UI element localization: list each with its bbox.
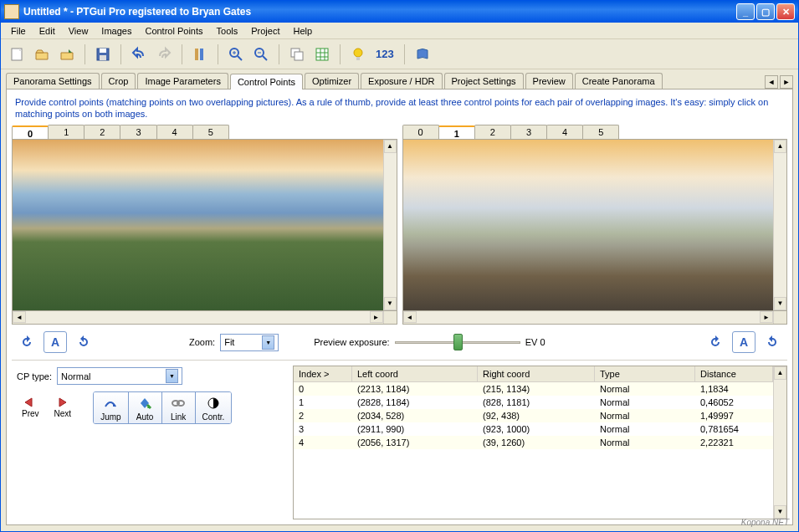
table-row[interactable]: 3(2911, 990)(923, 1000)Normal0,781654 (294, 422, 773, 436)
th-index[interactable]: Index > (294, 366, 352, 381)
zoom-in-icon[interactable] (225, 43, 247, 65)
menubar: File Edit View Images Control Points Too… (1, 23, 798, 39)
right-image-tab-5[interactable]: 5 (582, 125, 619, 140)
exposure-slider[interactable] (395, 334, 520, 350)
table-header: Index > Left coord Right coord Type Dist… (294, 366, 773, 382)
rotate-cw-right-icon[interactable] (761, 331, 784, 353)
svg-line-11 (263, 56, 267, 60)
prev-button[interactable]: Prev (17, 397, 44, 418)
minimize-button[interactable]: _ (736, 3, 755, 20)
right-image-tab-3[interactable]: 3 (510, 125, 547, 140)
th-distance[interactable]: Distance (695, 366, 773, 381)
left-image-tab-5[interactable]: 5 (192, 125, 229, 140)
zoom-combo[interactable]: Fit▼ (220, 334, 279, 351)
auto-a-button-right[interactable]: A (732, 331, 755, 353)
toolbar: 123 (1, 39, 798, 69)
menu-file[interactable]: File (4, 24, 33, 38)
bottom-panel: CP type: Normal▼ Prev Next Jump Auto Lin… (12, 360, 787, 519)
save-project-icon[interactable] (92, 43, 114, 65)
tab-project-settings[interactable]: Project Settings (444, 73, 524, 89)
watermark: Kopona.NET (741, 518, 789, 527)
rotate-cw-icon[interactable] (72, 331, 95, 353)
copy-icon[interactable] (286, 43, 308, 65)
table-vscroll[interactable]: ▲▼ (773, 366, 786, 519)
cp-type-label: CP type: (17, 371, 52, 381)
th-left-coord[interactable]: Left coord (352, 366, 478, 381)
tab-crop[interactable]: Crop (101, 73, 136, 89)
svg-rect-4 (195, 49, 198, 60)
left-image-view[interactable]: ▲▼ (12, 139, 397, 311)
tabs-scroll-left-icon[interactable]: ◄ (765, 75, 778, 89)
menu-tools[interactable]: Tools (210, 24, 245, 38)
svg-point-20 (354, 49, 362, 57)
right-hscroll[interactable]: ◄► (402, 311, 788, 325)
zoom-label: Zoom: (189, 337, 215, 347)
undo-icon[interactable] (128, 43, 150, 65)
left-image-tab-1[interactable]: 1 (48, 125, 85, 140)
exposure-value: EV 0 (525, 337, 545, 347)
table-body: 0(2213, 1184)(215, 1134)Normal1,18341(28… (294, 382, 773, 519)
right-image-tab-2[interactable]: 2 (474, 125, 511, 140)
left-image-tab-4[interactable]: 4 (156, 125, 193, 140)
auto-button[interactable]: Auto (129, 392, 162, 423)
right-image-tab-0[interactable]: 0 (402, 125, 439, 140)
mid-controls: A Zoom: Fit▼ Preview exposure: EV 0 A (12, 325, 787, 358)
tabs-scroll-right-icon[interactable]: ► (780, 75, 793, 89)
next-button[interactable]: Next (49, 397, 77, 418)
th-type[interactable]: Type (595, 366, 695, 381)
link-button[interactable]: Link (162, 392, 196, 423)
auto-a-button-left[interactable]: A (44, 331, 67, 353)
svg-rect-14 (295, 52, 303, 60)
rotate-ccw-right-icon[interactable] (704, 331, 727, 353)
left-vscroll[interactable]: ▲▼ (383, 140, 397, 310)
right-pane: 0 1 2 3 4 5 ▲▼ ◄► (402, 125, 788, 325)
open-project-icon[interactable] (31, 43, 53, 65)
redo-icon[interactable] (153, 43, 175, 65)
open-with-arrow-icon[interactable] (56, 43, 78, 65)
tab-control-points[interactable]: Control Points (230, 74, 303, 90)
align-tools-icon[interactable] (189, 43, 211, 65)
menu-images[interactable]: Images (95, 24, 138, 38)
main-tabs: Panorama Settings Crop Image Parameters … (1, 69, 798, 89)
zoom-out-icon[interactable] (250, 43, 272, 65)
menu-control-points[interactable]: Control Points (138, 24, 209, 38)
tab-preview[interactable]: Preview (525, 73, 573, 89)
right-image-tab-4[interactable]: 4 (546, 125, 583, 140)
tab-optimizer[interactable]: Optimizer (305, 73, 359, 89)
app-icon (4, 4, 19, 19)
table-row[interactable]: 0(2213, 1184)(215, 1134)Normal1,1834 (294, 382, 773, 396)
maximize-button[interactable]: ▢ (756, 3, 775, 20)
svg-line-7 (238, 56, 242, 60)
numbers-label[interactable]: 123 (372, 48, 397, 60)
table-row[interactable]: 2(2034, 528)(92, 438)Normal1,49997 (294, 409, 773, 422)
left-image-tab-2[interactable]: 2 (84, 125, 120, 140)
rotate-ccw-icon[interactable] (15, 331, 38, 353)
menu-view[interactable]: View (62, 24, 95, 38)
spreadsheet-icon[interactable] (311, 43, 333, 65)
tab-exposure-hdr[interactable]: Exposure / HDR (361, 73, 442, 89)
jump-button[interactable]: Jump (94, 392, 128, 423)
cp-controls: CP type: Normal▼ Prev Next Jump Auto Lin… (12, 366, 288, 519)
control-points-table: Index > Left coord Right coord Type Dist… (293, 366, 787, 519)
th-right-coord[interactable]: Right coord (478, 366, 595, 381)
menu-edit[interactable]: Edit (33, 24, 62, 38)
left-image-tab-3[interactable]: 3 (120, 125, 156, 140)
svg-rect-5 (200, 49, 203, 60)
menu-help[interactable]: Help (286, 24, 319, 38)
contrast-button[interactable]: Contr. (196, 392, 232, 423)
tab-image-parameters[interactable]: Image Parameters (137, 73, 228, 89)
right-vscroll[interactable]: ▲▼ (773, 140, 786, 310)
left-hscroll[interactable]: ◄► (12, 311, 397, 325)
svg-rect-2 (100, 49, 106, 53)
new-project-icon[interactable] (6, 43, 28, 65)
help-book-icon[interactable] (412, 43, 433, 65)
right-image-view[interactable]: ▲▼ (402, 139, 788, 311)
menu-project[interactable]: Project (244, 24, 286, 38)
table-row[interactable]: 4(2056, 1317)(39, 1260)Normal2,22321 (294, 436, 773, 449)
tab-panorama-settings[interactable]: Panorama Settings (6, 73, 100, 89)
tab-create-panorama[interactable]: Create Panorama (575, 73, 663, 89)
idea-icon[interactable] (347, 43, 369, 65)
cp-type-combo[interactable]: Normal▼ (57, 367, 182, 385)
table-row[interactable]: 1(2828, 1184)(828, 1181)Normal0,46052 (294, 396, 773, 409)
close-button[interactable]: ✕ (776, 3, 795, 20)
